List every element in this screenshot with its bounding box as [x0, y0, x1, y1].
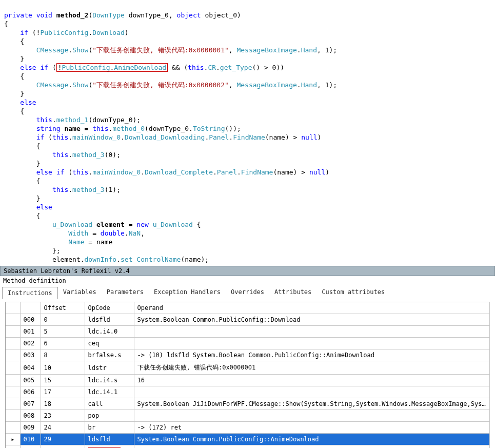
tab-exception-handlers[interactable]: Exception Handlers — [149, 286, 226, 299]
table-row[interactable]: 00515ldc.i4.s16 — [6, 375, 490, 386]
table-row[interactable]: 00924br-> (172) ret — [6, 422, 490, 434]
table-row[interactable]: 0000ldsfldSystem.Boolean Common.PublicCo… — [6, 314, 490, 326]
tab-instructions[interactable]: Instructions — [2, 287, 58, 299]
reflexil-panel-title: Sebastien Lebreton's Reflexil v2.4 — [0, 266, 495, 276]
tab-variables[interactable]: Variables — [58, 286, 102, 299]
col-opcode[interactable]: OpCode — [85, 302, 134, 314]
table-header-row: Offset OpCode Operand — [6, 302, 490, 314]
table-row[interactable]: 00823pop — [6, 410, 490, 422]
instructions-grid[interactable]: Offset OpCode Operand 0000ldsfldSystem.B… — [5, 302, 490, 448]
table-row[interactable]: 0038brfalse.s-> (10) ldsfld System.Boole… — [6, 349, 490, 361]
table-row[interactable]: 0026ceq — [6, 338, 490, 349]
table-row[interactable]: 00718callSystem.Boolean JiJiDownForWPF.C… — [6, 398, 490, 410]
table-row[interactable]: 01134brtrue.s-> (18) ldc.i4.0 — [6, 445, 490, 449]
table-row-selected[interactable]: ▸01029ldsfldSystem.Boolean Common.Public… — [6, 434, 490, 445]
tab-attributes[interactable]: Attributes — [269, 286, 316, 299]
row-marker-icon: ▸ — [6, 434, 20, 445]
table-row[interactable]: 00410ldstr下载任务创建失败, 错误代码:0x0000001 — [6, 361, 490, 375]
table-row[interactable]: 0015ldc.i4.0 — [6, 326, 490, 338]
reflexil-panel-subtitle: Method definition — [0, 276, 495, 285]
table-row[interactable]: 00617ldc.i4.1 — [6, 386, 490, 398]
highlighted-condition: !PublicConfig.AnimeDownload — [56, 63, 168, 72]
method-name: method_2 — [56, 11, 89, 19]
col-operand[interactable]: Operand — [134, 302, 490, 314]
tab-overrides[interactable]: Overrides — [226, 286, 269, 299]
tab-parameters[interactable]: Parameters — [102, 286, 149, 299]
code-editor: private void method_2(DownType downType_… — [0, 0, 495, 266]
tab-bar: Instructions Variables Parameters Except… — [0, 285, 495, 299]
tab-custom-attributes[interactable]: Custom attributes — [316, 286, 390, 299]
col-offset[interactable]: Offset — [41, 302, 85, 314]
